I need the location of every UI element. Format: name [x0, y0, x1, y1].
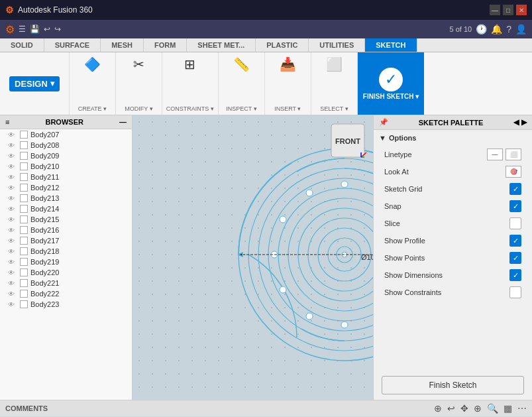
item-checkbox[interactable]	[20, 226, 28, 234]
item-checkbox[interactable]	[20, 279, 28, 287]
close-button[interactable]: ✕	[516, 5, 527, 15]
modify-button[interactable]: ✂	[132, 55, 146, 74]
eye-icon[interactable]: 👁	[8, 248, 17, 255]
sidebar-item[interactable]: 👁 Body211	[0, 172, 132, 182]
help-icon[interactable]: ?	[506, 24, 511, 34]
select-button[interactable]: ⬜	[325, 55, 344, 74]
item-checkbox[interactable]	[20, 237, 28, 245]
zoom-fit-icon[interactable]: ⊕	[474, 403, 482, 414]
eye-icon[interactable]: 👁	[8, 227, 17, 234]
item-checkbox[interactable]	[20, 215, 28, 223]
tab-sheet-metal[interactable]: SHEET MET...	[187, 38, 256, 52]
show-dimensions-checkbox[interactable]: ✓	[509, 269, 521, 281]
eye-icon[interactable]: 👁	[8, 269, 17, 276]
inspect-button[interactable]: 📏	[232, 55, 251, 74]
eye-icon[interactable]: 👁	[8, 280, 17, 287]
tab-mesh[interactable]: MESH	[101, 38, 144, 52]
linetype-dash-icon[interactable]: ⬜	[505, 149, 521, 160]
eye-icon[interactable]: 👁	[8, 152, 17, 160]
item-checkbox[interactable]	[20, 247, 28, 255]
item-checkbox[interactable]	[20, 131, 28, 139]
item-checkbox[interactable]	[20, 268, 28, 276]
tab-form[interactable]: FORM	[144, 38, 187, 52]
item-checkbox[interactable]	[20, 152, 28, 160]
sidebar-item[interactable]: 👁 Body207	[0, 129, 132, 140]
snap-checkbox[interactable]: ✓	[509, 200, 521, 212]
navigate-icon[interactable]: ⊕	[434, 403, 442, 414]
design-button[interactable]: DESIGN ▾	[0, 52, 70, 115]
design-btn[interactable]: DESIGN ▾	[9, 76, 60, 91]
palette-expand-icon[interactable]: ▶	[521, 118, 527, 127]
sidebar-item[interactable]: 👁 Body223	[0, 299, 132, 310]
eye-icon[interactable]: 👁	[8, 174, 17, 181]
item-checkbox[interactable]	[20, 184, 28, 192]
look-at-icon[interactable]: 🎯	[505, 166, 521, 178]
item-checkbox[interactable]	[20, 290, 28, 298]
item-checkbox[interactable]	[20, 300, 28, 308]
zoom-icon[interactable]: 🔍	[487, 403, 498, 414]
create-button[interactable]: 🔷	[83, 55, 102, 74]
save-icon[interactable]: 💾	[30, 25, 40, 34]
redo-icon[interactable]: ↪	[54, 25, 61, 34]
grid-icon[interactable]: ▦	[504, 403, 512, 414]
pan-icon[interactable]: ✥	[460, 403, 468, 414]
sidebar-item[interactable]: 👁 Body215	[0, 214, 132, 225]
sidebar-item[interactable]: 👁 Body220	[0, 267, 132, 278]
sidebar-item[interactable]: 👁 Body213	[0, 193, 132, 204]
options-section-title[interactable]: ▼ Options	[374, 130, 532, 146]
user-icon[interactable]: 👤	[515, 24, 527, 34]
eye-icon[interactable]: 👁	[8, 206, 17, 213]
item-checkbox[interactable]	[20, 194, 28, 202]
sidebar-item[interactable]: 👁 Body217	[0, 235, 132, 246]
tab-sketch[interactable]: SKETCH	[365, 38, 417, 52]
sidebar-item[interactable]: 👁 Body221	[0, 278, 132, 288]
file-menu[interactable]: ☰	[19, 25, 26, 34]
item-checkbox[interactable]	[20, 205, 28, 213]
eye-icon[interactable]: 👁	[8, 131, 17, 139]
orbit-icon[interactable]: ↩	[447, 403, 455, 414]
undo-icon[interactable]: ↩	[44, 25, 50, 34]
eye-icon[interactable]: 👁	[8, 290, 17, 298]
item-checkbox[interactable]	[20, 141, 28, 149]
eye-icon[interactable]: 👁	[8, 301, 17, 308]
show-constraints-checkbox[interactable]	[509, 286, 521, 298]
sketch-grid-checkbox[interactable]: ✓	[509, 183, 521, 195]
eye-icon[interactable]: 👁	[8, 259, 17, 266]
tab-solid[interactable]: SOLID	[0, 38, 44, 52]
minimize-button[interactable]: —	[490, 5, 500, 15]
sidebar-item[interactable]: 👁 Body212	[0, 182, 132, 193]
constraints-button[interactable]: ⊞	[183, 55, 197, 74]
sidebar-item[interactable]: 👁 Body218	[0, 246, 132, 257]
linetype-solid-icon[interactable]: —	[487, 149, 503, 160]
insert-button[interactable]: 📥	[278, 55, 297, 74]
item-checkbox[interactable]	[20, 173, 28, 181]
orientation-cube[interactable]: FRONT	[328, 121, 368, 160]
sidebar-item[interactable]: 👁 Body209	[0, 150, 132, 161]
viewport[interactable]: Ø106.00 FRONT	[133, 115, 373, 400]
sidebar-item[interactable]: 👁 Body208	[0, 140, 132, 150]
eye-icon[interactable]: 👁	[8, 163, 17, 170]
sidebar-item[interactable]: 👁 Body216	[0, 225, 132, 235]
finish-sketch-palette-button[interactable]: Finish Sketch	[382, 376, 524, 394]
comments-label[interactable]: COMMENTS	[5, 404, 48, 412]
eye-icon[interactable]: 👁	[8, 184, 17, 192]
palette-collapse-icon[interactable]: ◀	[513, 118, 519, 127]
maximize-button[interactable]: □	[503, 5, 513, 15]
tab-plastic[interactable]: PLASTIC	[256, 38, 309, 52]
sidebar-item[interactable]: 👁 Body214	[0, 204, 132, 214]
finish-sketch-button[interactable]: ✓ FINISH SKETCH ▾	[358, 52, 424, 115]
notification-icon[interactable]: 🔔	[491, 24, 502, 34]
tab-surface[interactable]: SURFACE	[44, 38, 101, 52]
show-points-checkbox[interactable]: ✓	[509, 252, 521, 264]
sidebar-item[interactable]: 👁 Body210	[0, 161, 132, 172]
eye-icon[interactable]: 👁	[8, 142, 17, 149]
sidebar-collapse-icon[interactable]: —	[119, 118, 127, 126]
item-checkbox[interactable]	[20, 258, 28, 266]
more-icon[interactable]: ⋯	[517, 403, 527, 414]
tab-utilities[interactable]: UTILITIES	[309, 38, 365, 52]
show-profile-checkbox[interactable]: ✓	[509, 235, 521, 247]
sidebar-item[interactable]: 👁 Body219	[0, 257, 132, 267]
eye-icon[interactable]: 👁	[8, 216, 17, 223]
eye-icon[interactable]: 👁	[8, 237, 17, 245]
eye-icon[interactable]: 👁	[8, 195, 17, 202]
